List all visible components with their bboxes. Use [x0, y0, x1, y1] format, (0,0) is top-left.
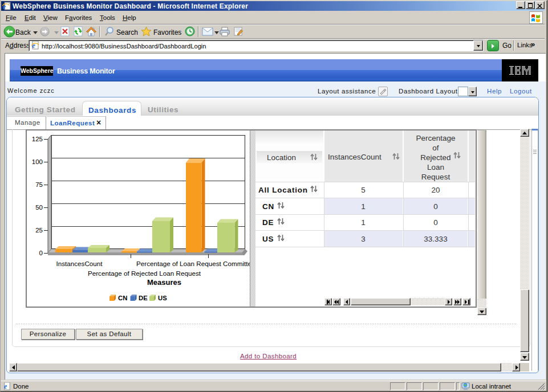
svg-text:100: 100 — [32, 158, 43, 165]
svg-text:Percentage of Loan Request Com: Percentage of Loan Request Committed Suc… — [136, 260, 250, 267]
svg-text:US: US — [158, 295, 167, 301]
svg-text:CN: CN — [118, 295, 127, 301]
svg-text:0: 0 — [39, 250, 43, 256]
svg-text:25: 25 — [35, 227, 43, 234]
svg-text:75: 75 — [35, 181, 43, 188]
svg-text:Measures: Measures — [147, 278, 181, 287]
svg-text:Percentage of Rejected Loan Re: Percentage of Rejected Loan Request — [88, 270, 201, 277]
svg-text:50: 50 — [35, 204, 43, 211]
svg-text:e: e — [4, 382, 7, 390]
svg-text:125: 125 — [32, 136, 43, 142]
svg-text:InstancesCount: InstancesCount — [56, 260, 103, 267]
svg-text:DE: DE — [139, 295, 148, 301]
svg-text:e: e — [32, 41, 35, 50]
